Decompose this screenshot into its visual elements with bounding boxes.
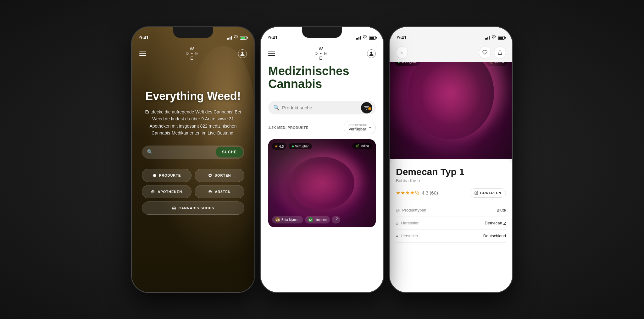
phone2-notch [302, 27, 342, 38]
produkttypen-label: ◎ Produkttypen [396, 208, 459, 213]
phone2-signal-icon [356, 36, 361, 40]
edit-icon [475, 191, 478, 195]
stars-container: ★★★★½ 4.3 (60) [396, 190, 438, 196]
phone-3: 9:41 [390, 27, 512, 292]
phone1-signal-icon [227, 36, 232, 40]
phone2-menu-button[interactable] [268, 52, 275, 56]
phone2-time: 9:41 [268, 35, 278, 40]
card-bottom-tags: Bm Beta-Myrce... Ln Limonen +2 [272, 216, 340, 223]
hersteller-link[interactable]: Demecan ↗ [459, 221, 506, 225]
phone1-apotheken-button[interactable]: ⊕ APOTHEKEN [142, 185, 192, 198]
phone-3-screen: 9:41 [390, 27, 512, 292]
heart-icon [482, 50, 487, 55]
phone1-nav-grid: ⊞ PRODUKTE ✿ SORTEN ⊕ APOTHEKEN ⊛ ÄRZTEN [142, 169, 244, 198]
detail-table: ◎ Produkttypen Blüte ⌂ Hersteller [396, 204, 506, 243]
produkttypen-icon: ◎ [396, 208, 400, 213]
phone1-aerzten-button[interactable]: ⊛ ÄRZTEN [195, 185, 244, 198]
aerzten-label: ÄRZTEN [215, 190, 231, 194]
rating-value: 4.3 (60) [422, 190, 438, 195]
phone-1-screen: 9:41 [132, 27, 254, 292]
phone1-produkte-button[interactable]: ⊞ PRODUKTE [142, 169, 192, 182]
phone1-search-bar[interactable]: 🔍 SUCHE [142, 146, 244, 159]
type-badge: 🌿 Indica [352, 143, 372, 149]
star-icon: ★ [275, 144, 278, 148]
phone2-battery-icon [369, 36, 376, 40]
terpene-plus-tag: +2 [332, 216, 340, 223]
land-icon: ♦ [396, 234, 398, 239]
phone2-search-icon: 🔍 [273, 105, 280, 111]
phone3-status-icons [485, 36, 505, 40]
phone1-menu-button[interactable] [139, 52, 146, 56]
phone-2: 9:41 [261, 27, 383, 292]
phone2-navbar: WD • EE [261, 43, 383, 65]
detail-row-hersteller: ⌂ Hersteller Demecan ↗ [396, 217, 506, 229]
chevron-down-icon: ▾ [369, 125, 371, 129]
phone1-search-button[interactable]: SUCHE [216, 147, 243, 157]
terpene-tag-1: Ln Limonen [305, 216, 330, 223]
leaf-icon: 🌿 [355, 144, 359, 148]
phone1-logo: WD • EE [186, 47, 199, 61]
sorten-label: SORTEN [215, 173, 231, 177]
cannabis-shops-label: CANNABIS SHOPS [179, 206, 214, 210]
phone1-search-input[interactable] [156, 149, 216, 155]
hero-title: Everything Weed! [142, 90, 244, 102]
hersteller-label: ⌂ Hersteller [396, 221, 459, 226]
phone1-status-icons [227, 36, 247, 40]
phone1-time: 9:41 [139, 35, 149, 40]
phone1-cannabis-shops-button[interactable]: ◎ CANNABIS SHOPS [142, 201, 244, 215]
phone-2-screen: 9:41 [261, 27, 383, 292]
phone2-results-bar: 1.2K MED. PRODUKTE SORTIERUNG Verfügbar … [268, 121, 376, 134]
product-subtitle: Bubba Kush [396, 178, 506, 183]
results-count: 1.2K MED. PRODUKTE [268, 126, 308, 129]
terpene-circle-ln: Ln [308, 217, 313, 222]
person-icon [240, 51, 245, 56]
product-card-image [268, 139, 376, 227]
land-label: ♦ Hersteller [396, 234, 459, 239]
card-top-badges: ★ 4.3 Verfügbar [272, 143, 312, 150]
phone1-hero: Everything Weed! Entdecke die aufregende… [132, 90, 254, 215]
med-cannabis-title: Medizinisches Cannabis [268, 65, 376, 91]
review-button[interactable]: BEWERTEN [470, 188, 506, 198]
phone3-wifi-icon [491, 36, 496, 40]
filter-badge [368, 107, 371, 110]
back-button[interactable]: ‹ [396, 47, 408, 58]
share-button[interactable] [494, 47, 506, 58]
phone1-battery-icon [240, 36, 247, 40]
phone3-time: 9:41 [397, 35, 407, 40]
detail-row-produkttypen: ◎ Produkttypen Blüte [396, 204, 506, 217]
phone2-product-card[interactable]: ★ 4.3 Verfügbar 🌿 Indica [268, 139, 376, 227]
phone2-sort-button[interactable]: SORTIERUNG Verfügbar ▾ [344, 121, 376, 134]
phone3-signal-icon [485, 36, 490, 40]
share-icon [497, 50, 502, 55]
product-name: Demecan Typ 1 [396, 167, 506, 177]
phone2-search-bar[interactable]: 🔍 [268, 101, 376, 114]
phone2-logo: WD • EE [314, 47, 328, 61]
favorite-button[interactable] [479, 47, 491, 58]
phone1-profile-button[interactable] [238, 49, 247, 58]
phone3-product-detail: Demecan Typ 1 Bubba Kush ★★★★½ 4.3 (60) … [390, 159, 512, 292]
produkte-label: PRODUKTE [159, 173, 181, 177]
phone2-status-icons [356, 36, 376, 40]
phone3-status-bar: 9:41 [390, 27, 512, 43]
phone3-topbar: ‹ [390, 43, 512, 62]
terpene-circle-bm: Bm [275, 217, 280, 222]
phone1-sorten-button[interactable]: ✿ SORTEN [195, 169, 244, 182]
phone2-content: Medizinisches Cannabis 🔍 1 [261, 65, 383, 228]
stars-display: ★★★★½ [396, 190, 419, 196]
phone-1: 9:41 [132, 27, 254, 292]
person-icon-dark [369, 51, 374, 56]
available-dot [292, 146, 294, 147]
hero-description: Entdecke die aufregende Welt des Cannabi… [142, 108, 244, 137]
phone2-wifi-icon [362, 36, 367, 40]
phone1-notch [173, 27, 213, 38]
phone1-search-icon: 🔍 [147, 149, 153, 155]
phone2-search-input[interactable] [282, 105, 371, 110]
cannabis-shops-icon: ◎ [172, 206, 176, 211]
external-link-icon: ↗ [503, 221, 506, 225]
action-buttons [479, 47, 506, 58]
phone2-profile-button[interactable] [367, 49, 376, 58]
terpene-tag-0: Bm Beta-Myrce... [272, 216, 303, 223]
available-badge: Verfügbar [289, 143, 312, 149]
rating-row: ★★★★½ 4.3 (60) BEWERTEN [396, 188, 506, 198]
produkte-icon: ⊞ [153, 173, 157, 178]
